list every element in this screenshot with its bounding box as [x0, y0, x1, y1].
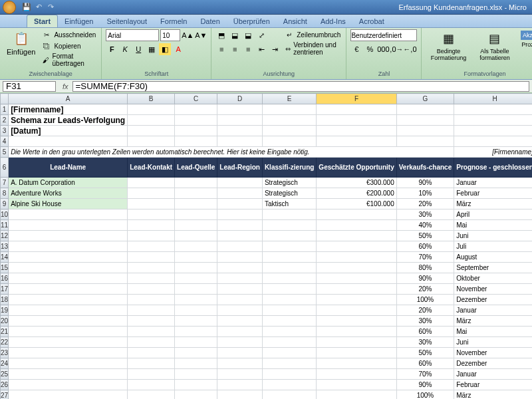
chance[interactable]: 80%	[396, 263, 454, 273]
row-header-13[interactable]: 13	[1, 241, 9, 252]
opportunity[interactable]	[317, 390, 396, 400]
forecast-month[interactable]: Juni	[454, 337, 532, 348]
cell[interactable]	[396, 136, 454, 147]
cell[interactable]	[396, 115, 454, 126]
col-header-G[interactable]: G	[396, 94, 454, 104]
cell[interactable]	[317, 126, 396, 136]
cell[interactable]	[396, 104, 454, 115]
lead-contact[interactable]	[128, 390, 175, 400]
cell[interactable]	[128, 104, 175, 115]
name-box[interactable]	[3, 81, 56, 92]
formula-input[interactable]	[72, 81, 529, 92]
row-header-11[interactable]: 11	[1, 220, 9, 231]
classification[interactable]	[262, 327, 316, 337]
lead-source[interactable]	[175, 284, 217, 295]
lead-contact[interactable]	[128, 358, 175, 369]
cell[interactable]	[262, 104, 316, 115]
opportunity[interactable]: €200.000	[317, 188, 396, 199]
bold-button[interactable]: F	[106, 43, 118, 55]
forecast-month[interactable]: November	[454, 284, 532, 295]
chance[interactable]: 70%	[396, 369, 454, 380]
percent-button[interactable]: %	[364, 43, 376, 55]
paste-button[interactable]: 📋 Einfügen	[4, 29, 38, 57]
classification[interactable]: Taktisch	[262, 199, 316, 209]
lead-name[interactable]	[9, 390, 128, 400]
font-name-select[interactable]	[106, 29, 159, 41]
redo-icon[interactable]: ↷	[45, 2, 56, 13]
col-header-D[interactable]: D	[217, 94, 263, 104]
row-header-16[interactable]: 16	[1, 273, 9, 284]
lead-name[interactable]	[9, 241, 128, 252]
classification[interactable]	[262, 316, 316, 327]
row-header-3[interactable]: 3	[1, 126, 9, 136]
cell[interactable]	[262, 115, 316, 126]
col-header-C[interactable]: C	[175, 94, 217, 104]
classification[interactable]	[262, 263, 316, 273]
lead-source[interactable]	[175, 241, 217, 252]
chance[interactable]: 30%	[396, 209, 454, 220]
lead-contact[interactable]	[128, 369, 175, 380]
opportunity[interactable]: €300.000	[317, 178, 396, 188]
lead-name[interactable]	[9, 358, 128, 369]
align-middle-button[interactable]: ⬓	[229, 29, 241, 41]
lead-contact[interactable]	[128, 305, 175, 316]
undo-icon[interactable]: ↶	[33, 2, 44, 13]
classification[interactable]	[262, 390, 316, 400]
row-header-5[interactable]: 5	[1, 147, 9, 158]
lead-name[interactable]	[9, 284, 128, 295]
chance[interactable]: 20%	[396, 199, 454, 209]
lead-source[interactable]	[175, 209, 217, 220]
chance[interactable]: 60%	[396, 327, 454, 337]
opportunity[interactable]	[317, 241, 396, 252]
lead-source[interactable]	[175, 327, 217, 337]
cell[interactable]	[454, 136, 532, 147]
forecast-month[interactable]: Januar	[454, 369, 532, 380]
forecast-month[interactable]: September	[454, 263, 532, 273]
cell[interactable]	[217, 115, 263, 126]
lead-contact[interactable]	[128, 178, 175, 188]
table-header[interactable]: Klassifi-zierung	[262, 158, 316, 178]
lead-contact[interactable]	[128, 327, 175, 337]
tab-pagelayout[interactable]: Seitenlayout	[100, 15, 154, 27]
classification[interactable]	[262, 348, 316, 358]
lead-region[interactable]	[217, 199, 263, 209]
lead-source[interactable]	[175, 252, 217, 263]
lead-name[interactable]: Adventure Works	[9, 188, 128, 199]
cell[interactable]	[262, 136, 316, 147]
lead-contact[interactable]	[128, 380, 175, 390]
classification[interactable]	[262, 273, 316, 284]
worksheet[interactable]: ABCDEFGHIJ1[Firmenname]2Schema zur Leads…	[0, 93, 532, 399]
lead-region[interactable]	[217, 369, 263, 380]
align-top-button[interactable]: ⬒	[215, 29, 227, 41]
lead-name[interactable]	[9, 220, 128, 231]
opportunity[interactable]	[317, 380, 396, 390]
col-header-A[interactable]: A	[9, 94, 128, 104]
lead-contact[interactable]	[128, 241, 175, 252]
classification[interactable]	[262, 358, 316, 369]
opportunity[interactable]	[317, 252, 396, 263]
indent-inc-button[interactable]: ⇥	[269, 43, 281, 55]
tab-acrobat[interactable]: Acrobat	[352, 15, 391, 27]
forecast-month[interactable]: März	[454, 316, 532, 327]
opportunity[interactable]	[317, 273, 396, 284]
font-size-select[interactable]	[160, 29, 180, 41]
cell[interactable]	[217, 104, 263, 115]
lead-region[interactable]	[217, 327, 263, 337]
col-header-H[interactable]: H	[454, 94, 532, 104]
chance[interactable]: 60%	[396, 241, 454, 252]
lead-name[interactable]: Alpine Ski House	[9, 199, 128, 209]
lead-contact[interactable]	[128, 220, 175, 231]
cell[interactable]	[317, 115, 396, 126]
fx-icon[interactable]: fx	[63, 82, 68, 90]
lead-region[interactable]	[217, 358, 263, 369]
row-header-22[interactable]: 22	[1, 337, 9, 348]
chance[interactable]: 90%	[396, 178, 454, 188]
number-format-select[interactable]	[350, 29, 417, 41]
row-header-25[interactable]: 25	[1, 369, 9, 380]
copy-button[interactable]: ⿻Kopieren	[41, 41, 97, 51]
lead-contact[interactable]	[128, 273, 175, 284]
lead-region[interactable]	[217, 220, 263, 231]
lead-name[interactable]	[9, 263, 128, 273]
forecast-month[interactable]: Mai	[454, 220, 532, 231]
chance[interactable]: 50%	[396, 231, 454, 241]
